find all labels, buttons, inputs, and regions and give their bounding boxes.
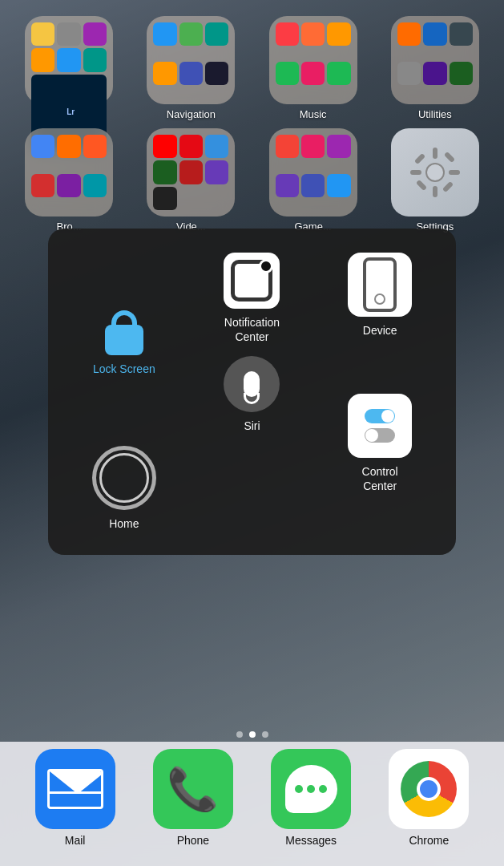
mini-app — [301, 135, 325, 158]
page-dot-1[interactable] — [236, 731, 243, 738]
toggle-off — [365, 428, 395, 443]
dock-chrome-label: Chrome — [409, 834, 449, 847]
settings-gear-icon — [407, 144, 463, 200]
svg-rect-4 — [449, 170, 460, 175]
dock: Mail 📞 Phone Messages Chrom — [0, 742, 504, 866]
popup-item-home[interactable]: Home — [64, 446, 184, 531]
folder-utilities-label: Utilities — [418, 108, 452, 120]
home-inner — [99, 453, 149, 503]
mini-app — [179, 22, 203, 46]
notification-center-icon — [224, 253, 280, 309]
folder-navigation-label: Navigation — [167, 108, 216, 120]
mini-app — [397, 22, 421, 46]
toggle-on — [365, 409, 395, 423]
messages-bubble — [285, 765, 337, 813]
mini-app — [83, 135, 107, 158]
dock-messages-label: Messages — [285, 834, 337, 847]
toggle-row-1 — [365, 409, 395, 423]
folder-settings[interactable]: Settings — [383, 128, 487, 233]
folder-games-icon — [269, 128, 357, 216]
mini-app — [423, 22, 446, 46]
mini-app — [327, 22, 350, 46]
mini-app — [205, 135, 228, 158]
mini-app — [153, 135, 176, 158]
mini-app — [31, 22, 54, 46]
dock-mail-icon — [35, 749, 115, 829]
popup-item-control-center[interactable]: ControlCenter — [320, 356, 440, 530]
messages-dots — [295, 785, 327, 793]
folder-music[interactable]: Music — [261, 16, 365, 120]
mini-app — [153, 160, 176, 184]
mini-app — [153, 62, 176, 85]
control-center-icon-wrapper — [348, 394, 412, 458]
popup-device-label: Device — [363, 323, 397, 338]
svg-rect-2 — [433, 186, 437, 197]
mini-app — [205, 22, 228, 46]
app-row-2: Bro... Vide... — [8, 128, 496, 233]
control-center-icon — [358, 403, 401, 449]
toggle-thumb-off — [365, 429, 378, 442]
folder-video-icon — [147, 128, 235, 216]
svg-rect-6 — [442, 181, 454, 192]
app-row-1: Lr Photography Navigation — [8, 16, 496, 120]
popup-item-lock-screen[interactable]: Lock Screen — [64, 253, 184, 434]
msg-dot-3 — [319, 785, 327, 793]
mini-app — [205, 160, 228, 184]
page-dot-3[interactable] — [262, 731, 268, 738]
lock-shackle — [111, 310, 137, 326]
mini-app — [276, 174, 299, 197]
lock-body — [105, 325, 143, 355]
svg-rect-8 — [444, 152, 455, 163]
msg-dot-2 — [307, 785, 315, 793]
popup-item-device[interactable]: Device — [320, 253, 440, 344]
popup-grid: Lock Screen NotificationCenter Device — [64, 253, 440, 531]
mini-app — [179, 135, 203, 158]
mini-app — [179, 160, 203, 184]
mini-app — [301, 174, 325, 197]
dock-app-mail[interactable]: Mail — [35, 749, 115, 847]
svg-rect-7 — [416, 180, 427, 191]
folder-video[interactable]: Vide... — [139, 128, 243, 233]
device-home-button — [374, 293, 385, 305]
folder-photography[interactable]: Lr Photography — [17, 16, 121, 120]
page-dot-2[interactable] — [249, 731, 256, 738]
mini-app — [57, 48, 80, 71]
folder-music-icon — [269, 16, 357, 104]
mini-app — [301, 62, 325, 85]
mini-app — [31, 135, 54, 158]
mini-app — [57, 174, 80, 197]
mini-app — [276, 135, 299, 158]
dock-phone-label: Phone — [177, 834, 209, 847]
popup-notification-label: NotificationCenter — [224, 315, 280, 344]
svg-point-9 — [427, 164, 443, 180]
assistive-popup: Lock Screen NotificationCenter Device — [48, 229, 456, 555]
dock-chrome-icon — [389, 749, 469, 829]
mail-envelope — [47, 769, 103, 809]
folder-browsers[interactable]: Bro... — [17, 128, 121, 233]
folder-utilities[interactable]: Utilities — [383, 16, 487, 120]
folder-navigation[interactable]: Navigation — [139, 16, 243, 120]
folder-browsers-icon — [25, 128, 113, 216]
folder-utilities-icon — [391, 16, 479, 104]
dock-app-chrome[interactable]: Chrome — [389, 749, 469, 847]
mini-app — [327, 135, 350, 158]
page-dots — [0, 731, 504, 738]
siri-icon — [224, 356, 280, 412]
mini-app — [179, 62, 203, 85]
svg-rect-3 — [410, 170, 421, 175]
folder-games[interactable]: Game... — [261, 128, 365, 233]
mini-app — [31, 48, 54, 71]
mini-app — [450, 22, 473, 46]
lock-screen-icon — [104, 310, 144, 355]
popup-item-notification-center[interactable]: NotificationCenter — [192, 253, 312, 344]
mini-app — [327, 174, 350, 197]
dock-app-messages[interactable]: Messages — [271, 749, 351, 847]
folder-music-label: Music — [300, 108, 327, 120]
mini-app — [153, 22, 176, 46]
popup-item-siri[interactable]: Siri — [192, 356, 312, 433]
popup-home-label: Home — [109, 516, 139, 531]
mini-app — [57, 135, 80, 158]
mini-app — [83, 22, 107, 46]
dock-app-phone[interactable]: 📞 Phone — [153, 749, 233, 847]
mini-app — [423, 62, 446, 85]
